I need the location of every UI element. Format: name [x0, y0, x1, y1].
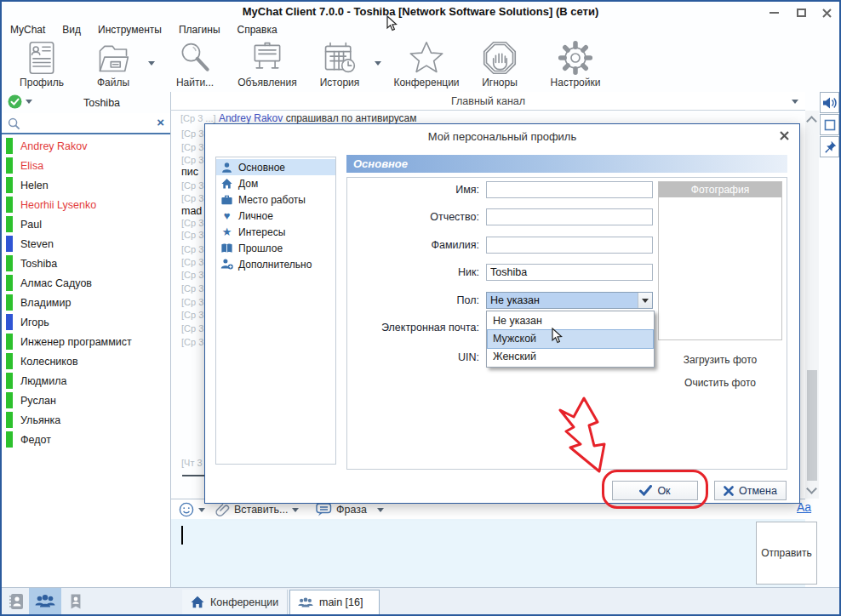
contact-row[interactable]: Helen [2, 175, 170, 195]
cancel-button[interactable]: Отмена [714, 481, 787, 500]
insert-button[interactable]: Вставить... [234, 504, 288, 516]
online-status-icon[interactable] [8, 94, 22, 109]
contact-name: Федот [20, 434, 51, 446]
search-clear-icon[interactable]: × [157, 115, 164, 129]
scrollbar-thumb[interactable] [807, 370, 817, 481]
frame-toggle-button[interactable] [820, 114, 839, 135]
channel-bar[interactable]: Главный канал [170, 92, 805, 111]
dialog-close-icon[interactable] [780, 131, 789, 140]
profile-view-button[interactable] [65, 590, 87, 613]
stop-hand-icon [482, 40, 518, 76]
contact-row[interactable]: Andrey Rakov [2, 136, 170, 156]
contact-row[interactable]: Игорь [2, 312, 170, 332]
gender-option-male[interactable]: Мужской [488, 330, 653, 348]
contact-name: Колесников [20, 356, 78, 368]
gender-dropdown-button[interactable] [638, 293, 652, 308]
nav-item-home[interactable]: Дом [216, 175, 335, 191]
scroll-up-icon[interactable] [806, 116, 817, 127]
middle-name-field[interactable] [486, 208, 653, 225]
paperclip-icon[interactable] [215, 502, 231, 517]
tab-conferences[interactable]: Конференции [182, 590, 288, 614]
menu-view[interactable]: Вид [62, 24, 81, 36]
contact-status-bar [6, 373, 13, 389]
scroll-down-icon[interactable] [806, 483, 817, 494]
nav-item-past[interactable]: Прошлое [216, 240, 335, 256]
contact-row[interactable]: Федот [2, 430, 170, 449]
smiley-dropdown-caret[interactable] [198, 508, 205, 512]
search-input[interactable] [24, 116, 152, 131]
gender-dropdown-popup: Не указан Мужской Женский [486, 311, 655, 368]
contact-row[interactable]: Paul [2, 214, 170, 234]
phrase-dropdown-caret[interactable] [377, 508, 384, 512]
smiley-icon[interactable] [179, 502, 194, 517]
briefcase-icon [220, 194, 233, 206]
last-name-field[interactable] [486, 237, 653, 254]
contact-status-bar [6, 334, 13, 350]
toolbar-announcements-button[interactable]: Объявления [233, 40, 301, 88]
contact-row[interactable]: Steven [2, 234, 170, 254]
toolbar-find-button[interactable]: Найти... [165, 40, 225, 88]
menu-tools[interactable]: Инструменты [98, 24, 162, 36]
message-author[interactable]: Andrey Rakov [219, 112, 283, 124]
minimize-button[interactable] [766, 7, 781, 19]
star-icon [409, 40, 444, 76]
insert-dropdown-caret[interactable] [292, 508, 299, 512]
contact-row[interactable]: Владимир [2, 293, 170, 312]
clear-photo-button[interactable]: Очистить фото [658, 377, 782, 389]
toolbar-history-button[interactable]: История [310, 40, 369, 88]
send-button[interactable]: Отправить [756, 522, 817, 585]
pin-toggle-button[interactable] [820, 136, 839, 157]
contact-status-bar [6, 157, 13, 174]
status-dropdown-caret[interactable] [26, 100, 32, 104]
gender-option-not-specified[interactable]: Не указан [488, 312, 653, 330]
contact-row[interactable]: Алмас Садуов [2, 273, 170, 293]
nav-item-general[interactable]: Основное [216, 159, 335, 175]
channels-view-button[interactable] [29, 588, 61, 614]
nav-item-additional[interactable]: Дополнительно [216, 256, 335, 272]
contact-row[interactable]: Elisa [2, 156, 170, 175]
files-dropdown-caret[interactable] [148, 61, 155, 66]
profile-card-icon [24, 40, 60, 76]
first-name-field[interactable] [486, 181, 653, 198]
sound-toggle-button[interactable] [820, 92, 839, 113]
nav-item-interests[interactable]: ★ Интересы [216, 224, 335, 240]
contact-row[interactable]: Людмила [2, 371, 170, 391]
toolbar-profile-button[interactable]: Профиль [12, 40, 72, 88]
message-input[interactable] [170, 519, 805, 587]
menu-mychat[interactable]: MyChat [10, 24, 45, 36]
contact-row[interactable]: Heorhii Lysenko [2, 195, 170, 214]
contact-row[interactable]: Руслан [2, 391, 170, 410]
contact-row[interactable]: Toshiba [2, 254, 170, 273]
ok-button[interactable]: Ок [612, 481, 698, 500]
menu-plugins[interactable]: Плагины [179, 24, 220, 36]
contacts-view-button[interactable] [5, 590, 27, 613]
contact-name: Людмила [20, 375, 66, 387]
nav-item-work[interactable]: Место работы [216, 191, 335, 208]
nav-item-personal[interactable]: ♥ Личное [216, 208, 335, 224]
close-button[interactable] [819, 7, 834, 19]
contact-name: Владимир [20, 297, 71, 309]
contact-row[interactable]: Ульянка [2, 410, 170, 430]
gender-combobox[interactable]: Не указан [486, 292, 653, 309]
load-photo-button[interactable]: Загрузить фото [658, 354, 782, 366]
announcement-board-icon [249, 40, 285, 76]
chat-line-fragment: [Ср 3 [181, 180, 203, 191]
message-timestamp: [Ср 3 ...] [180, 113, 216, 123]
window-title: MyChat Client 7.0.0 - Toshiba [Network S… [2, 2, 839, 20]
menu-help[interactable]: Справка [237, 24, 277, 36]
toolbar-files-button[interactable]: Файлы [83, 40, 143, 88]
nick-field[interactable] [486, 264, 653, 281]
history-dropdown-caret[interactable] [375, 61, 381, 66]
contact-row[interactable]: Инженер программист [2, 332, 170, 351]
tab-main-channel[interactable]: main [16] [289, 590, 380, 614]
channel-dropdown-caret[interactable] [792, 100, 798, 104]
maximize-button[interactable] [793, 7, 809, 19]
toolbar-ignores-button[interactable]: Игноры [468, 40, 531, 88]
toolbar-conferences-button[interactable]: Конференции [392, 40, 461, 88]
speech-bubble-icon[interactable] [316, 502, 332, 517]
gender-option-female[interactable]: Женский [488, 348, 653, 366]
contact-row[interactable]: Колесников [2, 351, 170, 371]
chat-scrollbar[interactable] [805, 111, 819, 499]
phrase-button[interactable]: Фраза [336, 504, 367, 516]
toolbar-settings-button[interactable]: Настройки [541, 40, 609, 88]
